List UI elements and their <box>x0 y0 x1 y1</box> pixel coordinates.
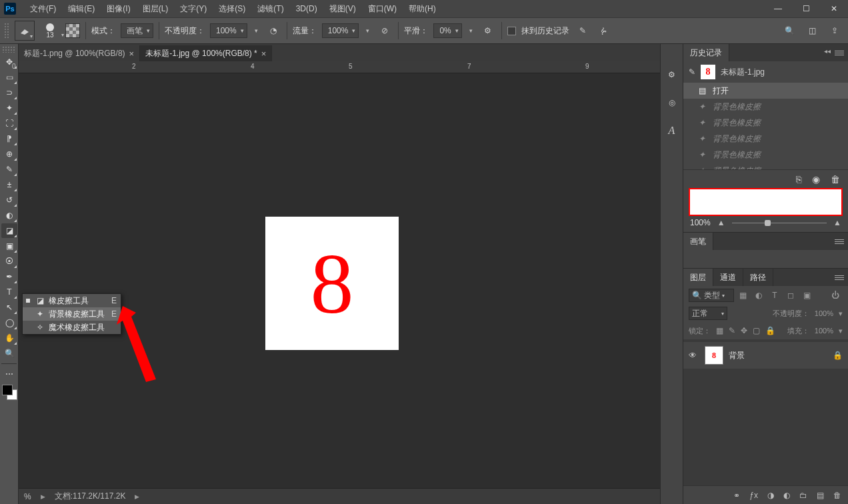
background-eraser-tool-option[interactable]: ✦ 背景橡皮擦工具 E <box>23 307 121 321</box>
zoom-out-icon[interactable]: ▲ <box>717 218 725 227</box>
filter-pixel-icon[interactable]: ▦ <box>735 289 750 302</box>
menu-filter[interactable]: 滤镜(T) <box>251 0 289 17</box>
new-document-from-state-icon[interactable]: ⎘ <box>796 174 801 185</box>
layer-kind-filter[interactable]: 🔍类型▾ <box>689 289 734 302</box>
zoom-tool[interactable]: 🔍 <box>1 346 17 361</box>
collapse-icon[interactable]: ◂◂ <box>824 47 831 55</box>
pressure-opacity-icon[interactable]: ◔ <box>265 23 281 39</box>
color-swatches[interactable] <box>1 384 17 407</box>
lock-position-icon[interactable]: ✥ <box>741 326 747 335</box>
layer-name[interactable]: 背景 <box>729 350 827 361</box>
path-select-tool[interactable]: ↖ <box>1 300 17 315</box>
zoom-slider[interactable] <box>732 223 827 223</box>
magic-eraser-tool-option[interactable]: ✧ 魔术橡皮擦工具 <box>23 321 121 334</box>
fill-value[interactable]: 100% <box>815 327 833 335</box>
chevron-down-icon[interactable]: ▾ <box>364 27 371 34</box>
blur-tool[interactable]: ⦿ <box>1 254 17 269</box>
marquee-tool[interactable]: ▭ <box>1 70 17 85</box>
search-icon[interactable]: 🔍 <box>781 23 797 39</box>
share-icon[interactable]: ⇪ <box>827 23 843 39</box>
crop-tool[interactable]: ⛶ <box>1 116 17 131</box>
type-tool[interactable]: T <box>1 285 17 299</box>
dodge-tool[interactable]: ◐ <box>1 208 17 223</box>
cc-libraries-icon[interactable]: ◎ <box>663 94 681 111</box>
document-tab[interactable]: 未标题-1.jpg @ 100%(RGB/8) * × <box>140 45 272 61</box>
menu-select[interactable]: 选择(S) <box>213 0 251 17</box>
history-item[interactable]: ✦背景色橡皮擦 <box>683 131 848 147</box>
edit-toolbar[interactable]: ⋯ <box>1 367 17 381</box>
mask-icon[interactable]: ◑ <box>767 491 774 500</box>
brush-panel-toggle[interactable] <box>65 23 80 38</box>
menu-edit[interactable]: 编辑(E) <box>62 0 101 17</box>
history-list[interactable]: ▤打开 ✦背景色橡皮擦 ✦背景色橡皮擦 ✦背景色橡皮擦 ✦背景色橡皮擦 ✦背景色… <box>683 83 848 169</box>
airbrush-icon[interactable]: ⊘ <box>377 23 393 39</box>
history-item[interactable]: ✦背景色橡皮擦 <box>683 147 848 163</box>
filter-toggle[interactable]: ⏻ <box>828 289 843 302</box>
brush-tool[interactable]: ✎ <box>1 162 17 177</box>
history-brush-tool[interactable]: ↺ <box>1 193 17 207</box>
window-minimize[interactable]: — <box>764 0 792 17</box>
close-icon[interactable]: × <box>129 49 135 59</box>
navigator-thumb[interactable] <box>689 188 843 216</box>
lock-all-icon[interactable]: 🔒 <box>765 326 775 335</box>
eraser-tool-option[interactable]: ◪ 橡皮擦工具 E <box>23 294 121 307</box>
pen-tool[interactable]: ✒ <box>1 269 17 284</box>
tab-paths[interactable]: 路径 <box>743 269 773 286</box>
shape-tool[interactable]: ◯ <box>1 315 17 330</box>
document-tab[interactable]: 标题-1.png @ 100%(RGB/8) × <box>19 45 140 61</box>
chevron-down-icon[interactable]: ▾ <box>253 27 260 34</box>
new-layer-icon[interactable]: ▤ <box>817 491 824 500</box>
lock-artboard-icon[interactable]: ▢ <box>753 326 760 335</box>
panel-menu-icon[interactable] <box>835 237 844 246</box>
hand-tool[interactable]: ✋ <box>1 331 17 345</box>
gear-icon[interactable]: ⚙ <box>480 23 496 39</box>
layer-list[interactable]: 👁 8 背景 🔒 <box>683 339 848 485</box>
window-close[interactable]: ✕ <box>820 0 848 17</box>
lasso-tool[interactable]: ⊃ <box>1 85 17 100</box>
lock-pixels-icon[interactable]: ▦ <box>716 326 723 335</box>
eraser-tool[interactable]: ◪ <box>1 223 17 238</box>
healing-tool[interactable]: ⊕ <box>1 147 17 161</box>
horizontal-ruler[interactable]: 0 2 4 5 7 9 <box>19 61 660 73</box>
gradient-tool[interactable]: ▣ <box>1 239 17 253</box>
filter-adjust-icon[interactable]: ◐ <box>751 289 766 302</box>
window-restore[interactable]: ☐ <box>792 0 820 17</box>
menu-help[interactable]: 帮助(H) <box>403 0 442 17</box>
toolbox-grip[interactable] <box>2 46 16 53</box>
filter-shape-icon[interactable]: ◻ <box>783 289 798 302</box>
canvas[interactable]: 8 <box>265 217 399 350</box>
history-item[interactable]: ▤打开 <box>683 83 848 99</box>
menu-window[interactable]: 窗口(W) <box>362 0 403 17</box>
menu-file[interactable]: 文件(F) <box>24 0 62 17</box>
history-item[interactable]: ✦背景色橡皮擦 <box>683 115 848 131</box>
layer-item[interactable]: 👁 8 背景 🔒 <box>683 342 848 369</box>
brush-preset[interactable]: 13 ▾ <box>40 23 60 39</box>
optbar-grip[interactable] <box>4 23 9 39</box>
trash-icon[interactable]: 🗑 <box>831 174 840 185</box>
menu-layer[interactable]: 图层(L) <box>137 0 175 17</box>
fx-icon[interactable]: ƒx <box>749 491 758 500</box>
canvas-area[interactable]: 8 <box>19 73 660 488</box>
lock-paint-icon[interactable]: ✎ <box>729 326 735 335</box>
menu-type[interactable]: 文字(Y) <box>174 0 213 17</box>
history-item[interactable]: ✦背景色橡皮擦 <box>683 99 848 115</box>
visibility-icon[interactable]: 👁 <box>689 351 699 360</box>
eyedropper-tool[interactable]: ⁋ <box>1 131 17 146</box>
lock-icon[interactable]: 🔒 <box>833 351 843 360</box>
chevron-right-icon[interactable]: ▶ <box>135 493 139 500</box>
close-icon[interactable]: × <box>261 49 267 59</box>
tab-brush[interactable]: 画笔 <box>683 233 713 250</box>
menu-image[interactable]: 图像(I) <box>101 0 136 17</box>
history-document[interactable]: ✎ 8 未标题-1.jpg <box>683 61 848 83</box>
smooth-value[interactable]: 0%▾ <box>433 23 461 38</box>
zoom-value[interactable]: 100% <box>690 218 711 227</box>
filter-type-icon[interactable]: T <box>767 289 782 302</box>
flow-value[interactable]: 100%▾ <box>322 23 359 38</box>
snapshot-icon[interactable]: ◉ <box>812 174 820 185</box>
workspace-icon[interactable]: ◫ <box>804 23 820 39</box>
tab-history[interactable]: 历史记录 <box>683 44 729 61</box>
opacity-value[interactable]: 100%▾ <box>210 23 247 38</box>
status-docsize[interactable]: 文档:117.2K/117.2K <box>55 491 126 502</box>
status-zoom[interactable]: % <box>24 492 31 501</box>
tab-layers[interactable]: 图层 <box>683 269 713 286</box>
